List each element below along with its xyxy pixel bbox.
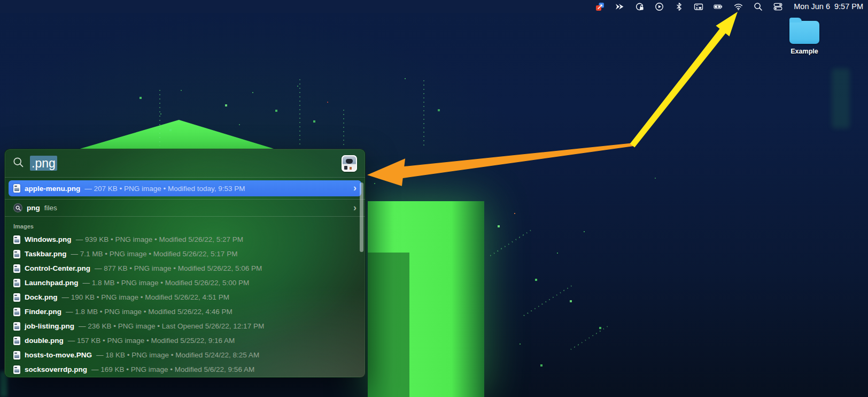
result-row[interactable]: Dock.png — 190 KB • PNG image • Modified… [5, 290, 365, 304]
image-file-icon [13, 235, 20, 244]
file-name: Taskbar.png [25, 250, 67, 258]
display-icon[interactable] [694, 2, 703, 11]
image-file-icon [13, 184, 20, 193]
file-details: — 7.1 MB • PNG image • Modified 5/26/22,… [71, 250, 238, 258]
file-details: — 18 KB • PNG image • Modified 5/24/22, … [96, 351, 259, 359]
search-input[interactable]: .png [30, 156, 57, 171]
spotlight-window: .png apple-menu.png — 207 KB • PNG image… [4, 149, 366, 378]
image-file-icon [13, 264, 20, 273]
chevron-right-icon: › [353, 183, 356, 193]
file-name: Control-Center.png [25, 264, 90, 272]
image-file-icon [13, 279, 20, 287]
image-file-icon [13, 250, 20, 258]
result-preview-thumbnail[interactable] [342, 155, 357, 172]
menu-bar: Mon Jun 6 9:57 PM [0, 0, 868, 13]
file-details: — 1.8 MB • PNG image • Modified 5/26/22,… [66, 308, 232, 316]
file-details: — 207 KB • PNG image • Modified today, 9… [84, 185, 245, 193]
chevron-right-icon: › [353, 203, 356, 212]
search-icon [13, 157, 24, 170]
section-header-images: Images [5, 217, 365, 232]
file-name: apple-menu.png [25, 185, 80, 193]
top-hit-row[interactable]: apple-menu.png — 207 KB • PNG image • Mo… [9, 180, 361, 196]
file-name: double.png [25, 337, 64, 345]
folder-label: Example [785, 48, 824, 55]
desktop-folder-example[interactable]: Example [785, 17, 824, 55]
result-row[interactable]: socksoverrdp.png — 169 KB • PNG image • … [5, 362, 365, 377]
file-name: job-listing.png [25, 322, 74, 330]
file-name: Windows.png [25, 235, 72, 243]
file-name: Finder.png [25, 308, 61, 316]
wallpaper-particle-trail [299, 79, 300, 148]
file-details: — 190 KB • PNG image • Modified 5/26/22,… [62, 293, 229, 301]
file-name: Dock.png [25, 293, 58, 301]
file-details: — 1.8 MB • PNG image • Modified 5/26/22,… [83, 279, 250, 287]
file-details: — 877 KB • PNG image • Modified 5/26/22,… [95, 264, 262, 272]
image-file-icon [13, 322, 20, 331]
image-file-icon [13, 365, 20, 374]
double-chevron-app-icon[interactable] [615, 2, 624, 11]
file-name: socksoverrdp.png [25, 365, 87, 373]
result-row[interactable]: Windows.png — 939 KB • PNG image • Modif… [5, 232, 365, 247]
result-row[interactable]: Finder.png — 1.8 MB • PNG image • Modifi… [5, 304, 365, 319]
file-name: Launchpad.png [25, 279, 79, 287]
result-row[interactable]: Control-Center.png — 877 KB • PNG image … [5, 261, 365, 276]
wallpaper-particle-trail [423, 80, 424, 146]
suggestion-term: png [27, 204, 40, 212]
spotlight-search-bar[interactable]: .png [5, 149, 365, 177]
folder-icon [789, 21, 819, 44]
image-file-icon [13, 351, 20, 360]
image-file-icon [13, 337, 20, 345]
result-row[interactable]: hosts-to-move.PNG — 18 KB • PNG image • … [5, 348, 365, 362]
search-suggestion-row[interactable]: png files › [5, 200, 365, 216]
image-file-icon [13, 308, 20, 316]
lock-icon[interactable] [634, 2, 644, 11]
scrollbar[interactable] [360, 182, 363, 252]
result-row[interactable]: Taskbar.png — 7.1 MB • PNG image • Modif… [5, 247, 365, 261]
wallpaper-particle-trail [343, 110, 344, 147]
menu-bar-clock[interactable]: Mon Jun 6 9:57 PM [794, 2, 863, 11]
file-details: — 236 KB • PNG image • Last Opened 5/26/… [79, 322, 264, 330]
result-row[interactable]: Launchpad.png — 1.8 MB • PNG image • Mod… [5, 276, 365, 290]
file-details: — 939 KB • PNG image • Modified 5/26/22,… [76, 235, 243, 243]
result-row[interactable]: job-listing.png — 236 KB • PNG image • L… [5, 319, 365, 333]
result-row[interactable]: double.png — 157 KB • PNG image • Modifi… [5, 333, 365, 348]
wallpaper-green-column-shade [368, 253, 409, 397]
wifi-icon[interactable] [733, 2, 743, 11]
file-name: hosts-to-move.PNG [25, 351, 92, 359]
file-details: — 169 KB • PNG image • Modified 5/6/22, … [91, 365, 254, 373]
battery-charging-icon[interactable] [714, 2, 723, 11]
screen-sharing-app-icon[interactable] [595, 2, 604, 11]
wallpaper-particle-trail [159, 90, 160, 146]
saved-search-icon [13, 203, 22, 212]
control-center-icon[interactable] [773, 2, 782, 11]
wallpaper-right-glow [832, 68, 850, 128]
image-file-icon [13, 293, 20, 302]
spotlight-search-icon[interactable] [753, 2, 763, 11]
file-details: — 157 KB • PNG image • Modified 5/25/22,… [68, 337, 235, 345]
suggestion-suffix: files [44, 204, 57, 212]
bluetooth-icon[interactable] [674, 2, 684, 11]
play-circle-icon[interactable] [654, 2, 664, 11]
